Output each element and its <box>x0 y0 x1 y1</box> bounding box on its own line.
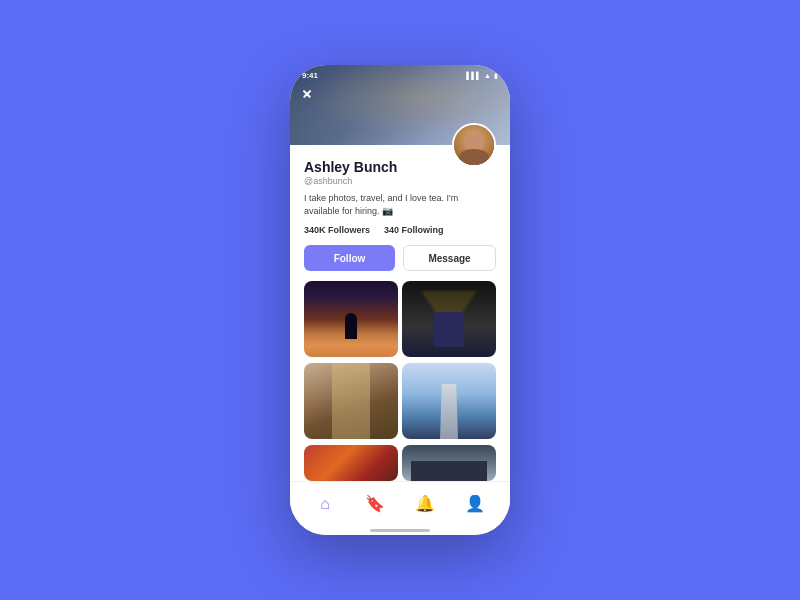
photo-3[interactable] <box>304 363 398 439</box>
nav-bookmark[interactable]: 🔖 <box>357 486 393 522</box>
profile-bio: I take photos, travel, and I love tea. I… <box>304 192 496 217</box>
photo-2[interactable] <box>402 281 496 357</box>
bottom-nav: ⌂ 🔖 🔔 👤 <box>290 481 510 525</box>
nav-home[interactable]: ⌂ <box>307 486 343 522</box>
photo-4[interactable] <box>402 363 496 439</box>
profile-icon: 👤 <box>465 494 485 513</box>
nav-notification[interactable]: 🔔 <box>407 486 443 522</box>
wifi-icon: ▲ <box>484 72 491 79</box>
bookmark-icon: 🔖 <box>365 494 385 513</box>
bell-icon: 🔔 <box>415 494 435 513</box>
signal-icon: ▌▌▌ <box>466 72 481 79</box>
home-indicator <box>290 525 510 535</box>
following-stat[interactable]: 340 Following <box>384 225 444 235</box>
phone-frame: 9:41 ▌▌▌ ▲ ▮ Ashley Bunch @ashbunch I ta… <box>290 65 510 535</box>
nav-profile[interactable]: 👤 <box>457 486 493 522</box>
profile-section: Ashley Bunch @ashbunch I take photos, tr… <box>290 145 510 235</box>
photo-6[interactable] <box>402 445 496 481</box>
photo-grid-bottom <box>290 445 510 481</box>
follow-button[interactable]: Follow <box>304 245 395 271</box>
battery-icon: ▮ <box>494 72 498 80</box>
action-buttons: Follow Message <box>290 245 510 271</box>
close-button[interactable] <box>300 87 314 101</box>
profile-stats: 340K Followers 340 Following <box>304 225 496 235</box>
status-icons: ▌▌▌ ▲ ▮ <box>466 72 498 80</box>
followers-stat[interactable]: 340K Followers <box>304 225 370 235</box>
message-button[interactable]: Message <box>403 245 496 271</box>
avatar <box>452 123 496 167</box>
status-time: 9:41 <box>302 71 318 80</box>
home-icon: ⌂ <box>320 495 330 513</box>
profile-handle: @ashbunch <box>304 176 496 186</box>
avatar-image <box>454 125 494 165</box>
photo-grid <box>290 271 510 445</box>
photo-5[interactable] <box>304 445 398 481</box>
photo-1[interactable] <box>304 281 398 357</box>
home-indicator-bar <box>370 529 430 532</box>
status-bar: 9:41 ▌▌▌ ▲ ▮ <box>302 71 498 80</box>
